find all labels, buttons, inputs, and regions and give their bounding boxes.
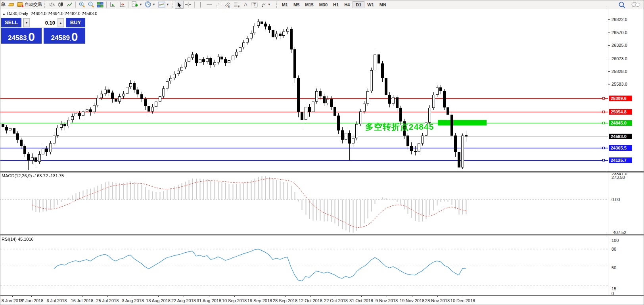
line-chart-button[interactable] xyxy=(65,1,74,9)
timeframe-h1[interactable]: H1 xyxy=(330,1,341,8)
date-label: 10 Sep 2018 xyxy=(222,298,247,303)
arrows-button[interactable]: ▼ xyxy=(259,1,272,9)
buy-price[interactable]: 24589.0 xyxy=(44,28,85,44)
toolbar: 单 自动交易 ▼ ▼ ▼ E F xyxy=(0,0,644,9)
price-axis[interactable]: 26822.026570.026325.026073.025828.025583… xyxy=(608,9,644,295)
chat-icon[interactable] xyxy=(631,2,640,8)
date-tick xyxy=(361,296,362,297)
candlestick-button[interactable] xyxy=(56,1,65,9)
timeframe-h4[interactable]: H4 xyxy=(341,1,353,8)
indicators-button[interactable]: ▼ xyxy=(130,1,144,9)
date-tick xyxy=(12,296,13,297)
chart-annotation-text[interactable]: 多空转折点24845 xyxy=(365,121,434,132)
chart-shift-button[interactable] xyxy=(117,1,126,9)
date-label: 27 Jun 2018 xyxy=(19,298,44,303)
level-price-tag[interactable]: 25309.6 xyxy=(609,96,632,101)
date-tick xyxy=(133,296,133,297)
dropdown-caret-icon: ▼ xyxy=(166,3,169,6)
auto-scroll-icon xyxy=(109,2,116,8)
toolbar-separator xyxy=(75,2,76,8)
toolbar-separator xyxy=(106,2,107,8)
horizontal-line-icon xyxy=(206,2,213,7)
trendline-button[interactable] xyxy=(214,1,222,9)
toolbar-separator xyxy=(128,2,128,8)
symbol-marker-icon[interactable]: ▲ xyxy=(2,12,6,16)
auto-scroll-button[interactable] xyxy=(108,1,117,9)
mt4-window: 单 自动交易 ▼ ▼ ▼ E F xyxy=(0,0,644,305)
timeframe-m1[interactable]: M1 xyxy=(279,1,291,8)
tile-windows-button[interactable] xyxy=(96,1,105,9)
text-label-button[interactable]: T xyxy=(250,1,259,9)
line-chart-icon xyxy=(66,2,73,8)
date-label: 19 Sep 2018 xyxy=(247,298,272,303)
new-order-icon[interactable] xyxy=(7,1,15,9)
toolbar-grip[interactable] xyxy=(276,2,278,8)
date-tick xyxy=(412,296,412,297)
timeframe-m30[interactable]: M30 xyxy=(316,1,330,8)
date-tick xyxy=(107,296,108,297)
volume-input[interactable] xyxy=(30,18,58,27)
level-price-tag[interactable]: 24365.5 xyxy=(609,145,632,151)
macd-panel-canvas[interactable] xyxy=(0,173,608,235)
level-price-tag[interactable]: 24125.7 xyxy=(609,157,632,163)
sell-price[interactable]: 24583.0 xyxy=(1,28,42,44)
cursor-button[interactable] xyxy=(175,1,184,9)
date-tick xyxy=(158,296,159,297)
timeframe-m5[interactable]: M5 xyxy=(291,1,302,8)
timeframe-d1[interactable]: D1 xyxy=(353,1,364,8)
arrows-icon xyxy=(261,2,267,8)
volume-increase-button[interactable]: ▲ xyxy=(58,18,64,27)
panel-divider[interactable] xyxy=(0,234,644,236)
crosshair-button[interactable] xyxy=(184,1,193,9)
svg-text:T: T xyxy=(253,2,256,7)
toolbar-grip[interactable] xyxy=(44,2,46,8)
autotrading-button[interactable] xyxy=(15,1,24,9)
date-label: 31 Aug 2018 xyxy=(197,298,221,303)
bar-chart-icon xyxy=(49,2,55,8)
zoom-out-button[interactable] xyxy=(86,1,96,9)
date-label: 22 Oct 2018 xyxy=(324,298,348,303)
zoom-out-icon xyxy=(88,1,94,8)
panel-divider[interactable] xyxy=(0,171,644,173)
vertical-line-button[interactable] xyxy=(196,1,205,9)
date-label: 22 Aug 2018 xyxy=(171,298,196,303)
main-chart-canvas[interactable] xyxy=(0,9,608,172)
new-order-button[interactable]: 单 xyxy=(1,1,6,8)
level-price-tag[interactable]: 25054.8 xyxy=(609,109,632,115)
equidistant-channel-icon: E xyxy=(224,2,231,8)
date-axis[interactable]: 8 Jun 201827 Jun 20186 Jul 201816 Jul 20… xyxy=(0,295,644,305)
date-label: 12 Oct 2018 xyxy=(299,298,322,303)
autotrading-label[interactable]: 自动交易 xyxy=(25,2,42,8)
svg-text:A: A xyxy=(244,2,247,8)
bar-chart-button[interactable] xyxy=(48,1,56,9)
zoom-in-button[interactable] xyxy=(77,1,86,9)
fibonacci-button[interactable]: F xyxy=(232,1,242,9)
timeframe-w1[interactable]: W1 xyxy=(364,1,377,8)
periods-button[interactable]: ▼ xyxy=(144,1,157,9)
date-label: 28 Sep 2018 xyxy=(273,298,297,303)
search-icon[interactable] xyxy=(618,1,625,8)
rsi-panel-canvas[interactable] xyxy=(0,236,608,295)
text-button[interactable]: A xyxy=(242,1,250,9)
templates-button[interactable]: ▼ xyxy=(157,1,171,9)
buy-button[interactable]: BUY xyxy=(66,18,85,27)
timeframe-mn[interactable]: MN xyxy=(377,1,389,8)
volume-decrease-button[interactable]: ▼ xyxy=(23,18,30,27)
date-label: 13 Aug 2018 xyxy=(146,298,171,303)
date-label: 6 Jul 2018 xyxy=(47,298,67,303)
macd-axis-label: 0.00 xyxy=(611,197,620,202)
date-tick xyxy=(463,296,463,297)
dropdown-caret-icon: ▼ xyxy=(268,3,271,6)
toolbar-grip[interactable] xyxy=(172,2,174,8)
sell-button[interactable]: SELL xyxy=(1,18,21,27)
zoom-in-icon xyxy=(79,1,85,8)
chart-shift-icon xyxy=(119,2,125,8)
timeframe-m15[interactable]: M15 xyxy=(302,1,316,8)
autotrading-icon xyxy=(17,2,23,7)
date-tick xyxy=(310,296,311,297)
level-price-tag[interactable]: 24845.0 xyxy=(609,120,632,126)
horizontal-line-button[interactable] xyxy=(205,1,214,9)
axis-tick xyxy=(608,19,610,20)
date-tick xyxy=(234,296,235,297)
channel-button[interactable]: E xyxy=(222,1,232,9)
